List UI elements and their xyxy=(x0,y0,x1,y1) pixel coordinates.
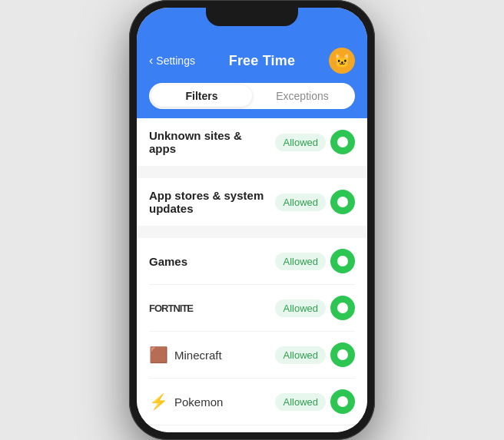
phone-notch xyxy=(206,8,298,26)
minecraft-label: 🟫 Minecraft xyxy=(149,346,275,364)
pokemon-row: ⚡ Pokemon Allowed xyxy=(149,379,355,425)
fortnite-icon: FORTNITE xyxy=(149,303,193,314)
fortnite-toggle[interactable] xyxy=(330,296,355,320)
games-row: Games Allowed xyxy=(149,238,355,285)
gap-1 xyxy=(137,172,367,178)
unknown-sites-section: Unknown sites & apps Allowed xyxy=(137,118,367,166)
games-toggle[interactable] xyxy=(330,249,355,273)
phone-device: ‹ Settings Free Time 🐱 Filters Exception… xyxy=(129,0,375,440)
minecraft-badge: Allowed xyxy=(275,346,326,364)
content-area: Unknown sites & apps Allowed App stores … xyxy=(137,118,367,432)
app-stores-label: App stores & system updates xyxy=(149,189,275,215)
fortnite-label: FORTNITE xyxy=(149,303,275,314)
games-label: Games xyxy=(149,255,275,268)
tab-bar: Filters Exceptions xyxy=(149,83,355,109)
unknown-sites-row: Unknown sites & apps Allowed xyxy=(149,118,355,166)
games-control: Allowed xyxy=(275,249,355,273)
pokemon-icon: ⚡ xyxy=(149,392,168,411)
pokemon-control: Allowed xyxy=(275,389,355,414)
back-button[interactable]: ‹ Settings xyxy=(149,54,195,68)
chevron-left-icon: ‹ xyxy=(149,54,153,68)
gap-2 xyxy=(137,232,367,238)
minecraft-toggle[interactable] xyxy=(330,342,355,367)
page-title: Free Time xyxy=(229,53,296,69)
app-stores-badge: Allowed xyxy=(275,194,326,211)
app-stores-toggle[interactable] xyxy=(330,190,355,214)
unknown-sites-toggle[interactable] xyxy=(330,130,355,154)
tabs-container: Filters Exceptions xyxy=(137,83,367,118)
pokemon-label: ⚡ Pokemon xyxy=(149,392,275,411)
app-stores-control: Allowed xyxy=(275,190,355,214)
games-badge: Allowed xyxy=(275,253,326,270)
fortnite-control: Allowed xyxy=(275,296,355,320)
unknown-sites-control: Allowed xyxy=(275,130,355,154)
unknown-sites-badge: Allowed xyxy=(275,134,326,151)
minecraft-row: 🟫 Minecraft Allowed xyxy=(149,332,355,379)
minecraft-icon: 🟫 xyxy=(149,346,168,364)
games-section: Games Allowed FORTNITE Allowed xyxy=(137,238,367,432)
status-bar xyxy=(137,8,367,41)
roblox-row: roblox Roblox Allowed xyxy=(149,425,355,432)
tab-filters[interactable]: Filters xyxy=(151,85,252,107)
pokemon-badge: Allowed xyxy=(275,393,326,411)
tab-exceptions[interactable]: Exceptions xyxy=(252,85,353,107)
phone-screen: ‹ Settings Free Time 🐱 Filters Exception… xyxy=(137,8,367,432)
back-label: Settings xyxy=(156,55,195,67)
minecraft-control: Allowed xyxy=(275,342,355,367)
avatar-emoji: 🐱 xyxy=(333,52,350,69)
unknown-sites-label: Unknown sites & apps xyxy=(149,129,275,155)
app-stores-section: App stores & system updates Allowed xyxy=(137,178,367,226)
fortnite-row: FORTNITE Allowed xyxy=(149,285,355,332)
pokemon-toggle[interactable] xyxy=(330,389,355,414)
avatar[interactable]: 🐱 xyxy=(329,48,355,74)
navigation-bar: ‹ Settings Free Time 🐱 xyxy=(137,41,367,83)
fortnite-badge: Allowed xyxy=(275,299,326,317)
app-stores-row: App stores & system updates Allowed xyxy=(149,178,355,226)
